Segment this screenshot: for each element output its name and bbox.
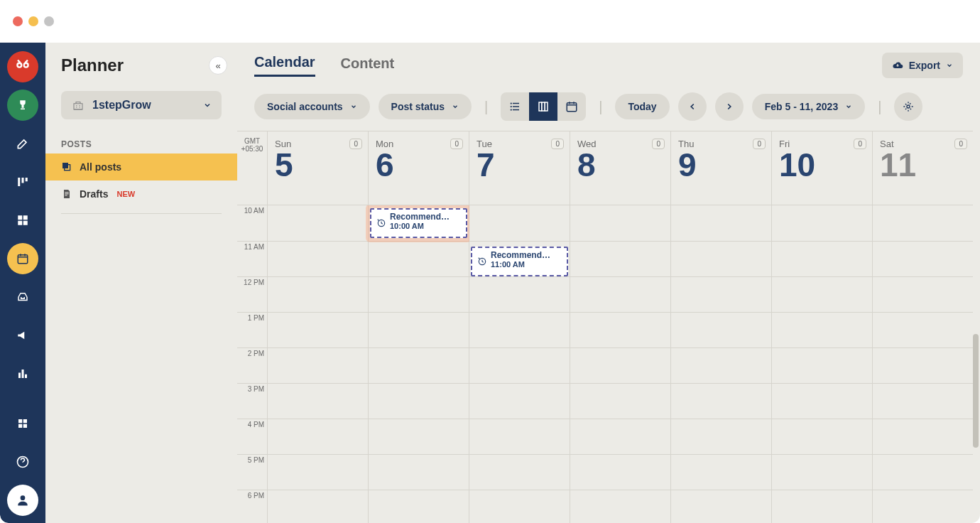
rail-compose[interactable]: [7, 128, 38, 159]
hour-cell[interactable]: [369, 241, 469, 276]
rail-analytics[interactable]: [7, 358, 38, 389]
hour-cell[interactable]: [268, 419, 368, 454]
rail-planner[interactable]: [7, 243, 38, 274]
rail-achievements[interactable]: [7, 90, 38, 121]
hour-cell[interactable]: [469, 419, 570, 454]
hour-cell[interactable]: [469, 490, 570, 523]
rail-logo[interactable]: [7, 51, 38, 82]
prev-week-button[interactable]: [678, 92, 707, 121]
day-column[interactable]: [570, 205, 671, 523]
rail-streams[interactable]: [7, 166, 38, 198]
hour-cell[interactable]: [570, 490, 670, 523]
day-header[interactable]: Wed 8 0: [570, 131, 671, 205]
hour-cell[interactable]: [469, 454, 570, 490]
social-accounts-filter[interactable]: Social accounts: [254, 94, 370, 119]
hour-cell[interactable]: [369, 276, 469, 312]
hour-cell[interactable]: [671, 276, 771, 312]
hour-cell[interactable]: [268, 276, 368, 312]
day-column[interactable]: [873, 205, 973, 523]
hour-cell[interactable]: [268, 312, 368, 347]
hour-cell[interactable]: [570, 454, 670, 490]
sidebar-collapse-button[interactable]: «: [209, 56, 227, 75]
hour-cell[interactable]: [873, 276, 973, 312]
hour-cell[interactable]: [469, 276, 570, 312]
hour-cell[interactable]: [671, 205, 771, 241]
rail-more[interactable]: [7, 408, 38, 439]
calendar-event[interactable]: Recommend… 11:00 AM: [471, 247, 568, 276]
day-header[interactable]: Fri 10 0: [772, 131, 873, 205]
hour-cell[interactable]: [873, 205, 973, 241]
rail-profile[interactable]: [7, 485, 38, 516]
day-column[interactable]: Recommend… 11:00 AM: [469, 205, 570, 523]
hour-cell[interactable]: [268, 383, 368, 419]
scrollbar[interactable]: [973, 334, 979, 448]
today-button[interactable]: Today: [615, 94, 669, 119]
hour-cell[interactable]: [570, 383, 670, 419]
window-maximize-dot[interactable]: [44, 16, 54, 26]
hour-cell[interactable]: [570, 312, 670, 347]
hour-cell[interactable]: [873, 419, 973, 454]
rail-inbox[interactable]: [7, 281, 38, 313]
date-range-picker[interactable]: Feb 5 - 11, 2023: [752, 94, 866, 119]
tab-content[interactable]: Content: [341, 55, 395, 76]
hour-cell[interactable]: [873, 312, 973, 347]
hour-cell[interactable]: [570, 347, 670, 383]
hour-cell[interactable]: [469, 205, 570, 241]
rail-advertise[interactable]: [7, 320, 38, 351]
tab-calendar[interactable]: Calendar: [254, 54, 315, 77]
settings-button[interactable]: [894, 92, 922, 121]
day-column[interactable]: [671, 205, 772, 523]
hour-cell[interactable]: [873, 490, 973, 523]
hour-cell[interactable]: [772, 490, 872, 523]
hour-cell[interactable]: [268, 241, 368, 276]
hour-cell[interactable]: [772, 241, 872, 276]
hour-cell[interactable]: [772, 454, 872, 490]
hour-cell[interactable]: [369, 490, 469, 523]
hour-cell[interactable]: [369, 454, 469, 490]
hour-cell[interactable]: [369, 312, 469, 347]
list-view-button[interactable]: [501, 92, 529, 121]
hour-cell[interactable]: [873, 454, 973, 490]
hour-cell[interactable]: [873, 347, 973, 383]
hour-cell[interactable]: [873, 383, 973, 419]
hour-cell[interactable]: [671, 241, 771, 276]
next-week-button[interactable]: [715, 92, 744, 121]
nav-drafts[interactable]: Drafts NEW: [45, 180, 237, 207]
hour-cell[interactable]: [772, 205, 872, 241]
rail-help[interactable]: [7, 446, 38, 478]
day-column[interactable]: [268, 205, 369, 523]
week-view-button[interactable]: [529, 92, 557, 121]
hour-cell[interactable]: [772, 312, 872, 347]
day-header[interactable]: Sat 11 0: [873, 131, 973, 205]
hour-cell[interactable]: [570, 241, 670, 276]
hour-cell[interactable]: [369, 383, 469, 419]
hour-cell[interactable]: [772, 276, 872, 312]
hour-cell[interactable]: [671, 490, 771, 523]
hour-cell[interactable]: [369, 419, 469, 454]
hour-cell[interactable]: [268, 490, 368, 523]
hour-cell[interactable]: [772, 419, 872, 454]
hour-cell[interactable]: [570, 276, 670, 312]
day-header[interactable]: Tue 7 0: [469, 131, 570, 205]
account-selector[interactable]: 1stepGrow: [61, 91, 222, 119]
hour-cell[interactable]: [570, 205, 670, 241]
hour-cell[interactable]: [873, 241, 973, 276]
hour-cell[interactable]: [671, 383, 771, 419]
month-view-button[interactable]: [557, 92, 586, 121]
hour-cell[interactable]: [671, 454, 771, 490]
day-header[interactable]: Mon 6 0: [369, 131, 469, 205]
hour-cell[interactable]: [268, 454, 368, 490]
window-close-dot[interactable]: [13, 16, 23, 26]
hour-cell[interactable]: [772, 347, 872, 383]
rail-apps[interactable]: [7, 205, 38, 236]
day-header[interactable]: Sun 5 0: [268, 131, 369, 205]
day-column[interactable]: [772, 205, 873, 523]
hour-cell[interactable]: [671, 312, 771, 347]
calendar-event[interactable]: Recommend… 10:00 AM: [370, 208, 467, 238]
day-column[interactable]: Recommend… 10:00 AM: [369, 205, 469, 523]
hour-cell[interactable]: [268, 205, 368, 241]
post-status-filter[interactable]: Post status: [379, 94, 472, 119]
hour-cell[interactable]: [268, 347, 368, 383]
day-header[interactable]: Thu 9 0: [671, 131, 772, 205]
hour-cell[interactable]: [671, 347, 771, 383]
